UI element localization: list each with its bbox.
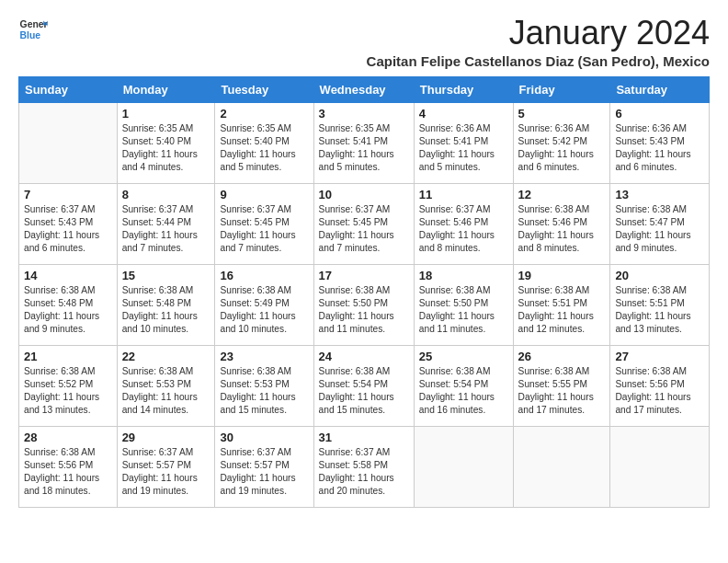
calendar-cell: 10Sunrise: 6:37 AMSunset: 5:45 PMDayligh… xyxy=(313,183,414,264)
day-info: Sunrise: 6:38 AMSunset: 5:48 PMDaylight:… xyxy=(24,284,112,337)
day-info: Sunrise: 6:38 AMSunset: 5:53 PMDaylight:… xyxy=(220,365,308,418)
calendar-day-header: Monday xyxy=(117,76,215,102)
day-number: 26 xyxy=(518,350,606,363)
title-block: January 2024 Capitan Felipe Castellanos … xyxy=(367,15,710,69)
day-info: Sunrise: 6:35 AMSunset: 5:41 PMDaylight:… xyxy=(319,122,409,175)
day-number: 14 xyxy=(24,269,112,282)
calendar-cell: 20Sunrise: 6:38 AMSunset: 5:51 PMDayligh… xyxy=(610,264,710,345)
day-info: Sunrise: 6:37 AMSunset: 5:57 PMDaylight:… xyxy=(220,446,308,499)
calendar-cell: 24Sunrise: 6:38 AMSunset: 5:54 PMDayligh… xyxy=(313,345,414,426)
calendar-cell: 26Sunrise: 6:38 AMSunset: 5:55 PMDayligh… xyxy=(513,345,610,426)
day-number: 25 xyxy=(419,350,508,363)
day-number: 16 xyxy=(220,269,308,282)
day-info: Sunrise: 6:38 AMSunset: 5:46 PMDaylight:… xyxy=(518,203,606,256)
svg-text:Blue: Blue xyxy=(20,30,41,40)
calendar-cell: 8Sunrise: 6:37 AMSunset: 5:44 PMDaylight… xyxy=(117,183,215,264)
calendar-cell: 6Sunrise: 6:36 AMSunset: 5:43 PMDaylight… xyxy=(610,102,710,183)
day-number: 17 xyxy=(319,269,409,282)
day-info: Sunrise: 6:38 AMSunset: 5:56 PMDaylight:… xyxy=(615,365,704,418)
day-number: 7 xyxy=(24,188,112,201)
day-info: Sunrise: 6:38 AMSunset: 5:53 PMDaylight:… xyxy=(122,365,210,418)
day-info: Sunrise: 6:38 AMSunset: 5:49 PMDaylight:… xyxy=(220,284,308,337)
day-info: Sunrise: 6:38 AMSunset: 5:51 PMDaylight:… xyxy=(518,284,606,337)
calendar-week-row: 21Sunrise: 6:38 AMSunset: 5:52 PMDayligh… xyxy=(19,345,710,426)
day-info: Sunrise: 6:38 AMSunset: 5:52 PMDaylight:… xyxy=(24,365,112,418)
day-info: Sunrise: 6:36 AMSunset: 5:43 PMDaylight:… xyxy=(615,122,704,175)
day-info: Sunrise: 6:38 AMSunset: 5:51 PMDaylight:… xyxy=(615,284,704,337)
day-number: 23 xyxy=(220,350,308,363)
day-info: Sunrise: 6:36 AMSunset: 5:42 PMDaylight:… xyxy=(518,122,606,175)
logo-icon: General Blue xyxy=(18,15,48,44)
day-number: 27 xyxy=(615,350,704,363)
calendar-cell: 9Sunrise: 6:37 AMSunset: 5:45 PMDaylight… xyxy=(215,183,313,264)
day-number: 3 xyxy=(319,107,409,121)
day-number: 11 xyxy=(419,188,508,201)
calendar-cell: 1Sunrise: 6:35 AMSunset: 5:40 PMDaylight… xyxy=(117,102,215,183)
calendar-cell: 13Sunrise: 6:38 AMSunset: 5:47 PMDayligh… xyxy=(610,183,710,264)
calendar-cell: 25Sunrise: 6:38 AMSunset: 5:54 PMDayligh… xyxy=(414,345,513,426)
calendar-day-header: Wednesday xyxy=(313,76,414,102)
day-info: Sunrise: 6:38 AMSunset: 5:50 PMDaylight:… xyxy=(319,284,409,337)
day-info: Sunrise: 6:38 AMSunset: 5:47 PMDaylight:… xyxy=(615,203,704,256)
day-info: Sunrise: 6:38 AMSunset: 5:56 PMDaylight:… xyxy=(24,446,112,499)
calendar-week-row: 14Sunrise: 6:38 AMSunset: 5:48 PMDayligh… xyxy=(19,264,710,345)
day-number: 6 xyxy=(615,107,704,121)
calendar-cell: 30Sunrise: 6:37 AMSunset: 5:57 PMDayligh… xyxy=(215,426,313,507)
calendar-cell: 21Sunrise: 6:38 AMSunset: 5:52 PMDayligh… xyxy=(19,345,118,426)
subtitle: Capitan Felipe Castellanos Diaz (San Ped… xyxy=(367,53,710,69)
calendar-day-header: Thursday xyxy=(414,76,513,102)
day-info: Sunrise: 6:38 AMSunset: 5:54 PMDaylight:… xyxy=(419,365,508,418)
day-number: 28 xyxy=(24,431,112,444)
calendar-cell: 27Sunrise: 6:38 AMSunset: 5:56 PMDayligh… xyxy=(610,345,710,426)
calendar-cell: 3Sunrise: 6:35 AMSunset: 5:41 PMDaylight… xyxy=(313,102,414,183)
calendar-cell: 5Sunrise: 6:36 AMSunset: 5:42 PMDaylight… xyxy=(513,102,610,183)
day-number: 8 xyxy=(122,188,210,201)
day-number: 22 xyxy=(122,350,210,363)
day-info: Sunrise: 6:37 AMSunset: 5:58 PMDaylight:… xyxy=(319,446,409,499)
day-number: 10 xyxy=(319,188,409,201)
day-number: 19 xyxy=(518,269,606,282)
calendar-cell xyxy=(610,426,710,507)
day-number: 30 xyxy=(220,431,308,444)
day-number: 4 xyxy=(419,107,508,121)
main-title: January 2024 xyxy=(367,15,710,52)
calendar-day-header: Tuesday xyxy=(215,76,313,102)
day-info: Sunrise: 6:36 AMSunset: 5:41 PMDaylight:… xyxy=(419,122,508,175)
calendar-week-row: 1Sunrise: 6:35 AMSunset: 5:40 PMDaylight… xyxy=(19,102,710,183)
calendar-day-header: Friday xyxy=(513,76,610,102)
day-number: 15 xyxy=(122,269,210,282)
day-info: Sunrise: 6:35 AMSunset: 5:40 PMDaylight:… xyxy=(122,122,210,175)
calendar-cell xyxy=(19,102,118,183)
calendar-cell: 16Sunrise: 6:38 AMSunset: 5:49 PMDayligh… xyxy=(215,264,313,345)
day-number: 13 xyxy=(615,188,704,201)
calendar-cell: 22Sunrise: 6:38 AMSunset: 5:53 PMDayligh… xyxy=(117,345,215,426)
day-info: Sunrise: 6:35 AMSunset: 5:40 PMDaylight:… xyxy=(220,122,308,175)
day-number: 9 xyxy=(220,188,308,201)
calendar-cell: 17Sunrise: 6:38 AMSunset: 5:50 PMDayligh… xyxy=(313,264,414,345)
day-number: 5 xyxy=(518,107,606,121)
day-number: 1 xyxy=(122,107,210,121)
day-info: Sunrise: 6:37 AMSunset: 5:45 PMDaylight:… xyxy=(319,203,409,256)
calendar-cell: 15Sunrise: 6:38 AMSunset: 5:48 PMDayligh… xyxy=(117,264,215,345)
calendar-table: SundayMondayTuesdayWednesdayThursdayFrid… xyxy=(18,76,710,508)
day-number: 29 xyxy=(122,431,210,444)
calendar-header-row: SundayMondayTuesdayWednesdayThursdayFrid… xyxy=(19,76,710,102)
day-info: Sunrise: 6:37 AMSunset: 5:44 PMDaylight:… xyxy=(122,203,210,256)
day-info: Sunrise: 6:37 AMSunset: 5:43 PMDaylight:… xyxy=(24,203,112,256)
calendar-cell: 14Sunrise: 6:38 AMSunset: 5:48 PMDayligh… xyxy=(19,264,118,345)
calendar-cell: 28Sunrise: 6:38 AMSunset: 5:56 PMDayligh… xyxy=(19,426,118,507)
calendar-week-row: 28Sunrise: 6:38 AMSunset: 5:56 PMDayligh… xyxy=(19,426,710,507)
calendar-cell: 18Sunrise: 6:38 AMSunset: 5:50 PMDayligh… xyxy=(414,264,513,345)
day-info: Sunrise: 6:37 AMSunset: 5:45 PMDaylight:… xyxy=(220,203,308,256)
calendar-cell: 7Sunrise: 6:37 AMSunset: 5:43 PMDaylight… xyxy=(19,183,118,264)
day-info: Sunrise: 6:38 AMSunset: 5:50 PMDaylight:… xyxy=(419,284,508,337)
calendar-day-header: Saturday xyxy=(610,76,710,102)
day-info: Sunrise: 6:38 AMSunset: 5:54 PMDaylight:… xyxy=(319,365,409,418)
calendar-cell: 29Sunrise: 6:37 AMSunset: 5:57 PMDayligh… xyxy=(117,426,215,507)
day-number: 18 xyxy=(419,269,508,282)
calendar-cell: 31Sunrise: 6:37 AMSunset: 5:58 PMDayligh… xyxy=(313,426,414,507)
day-info: Sunrise: 6:38 AMSunset: 5:48 PMDaylight:… xyxy=(122,284,210,337)
calendar-cell: 19Sunrise: 6:38 AMSunset: 5:51 PMDayligh… xyxy=(513,264,610,345)
calendar-cell xyxy=(513,426,610,507)
day-info: Sunrise: 6:37 AMSunset: 5:57 PMDaylight:… xyxy=(122,446,210,499)
